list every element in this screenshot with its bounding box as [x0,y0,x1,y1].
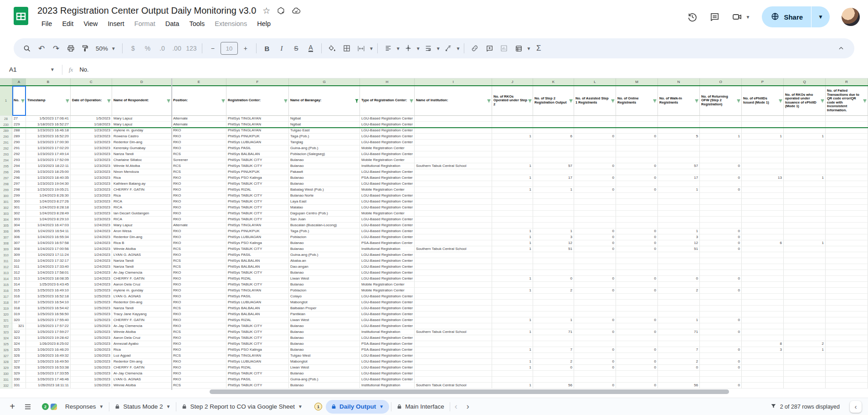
sheet-cell[interactable] [533,217,574,223]
sheet-cell[interactable]: 329 [12,371,26,377]
sheet-cell[interactable]: Tulgao West [289,353,360,359]
all-sheets-icon[interactable] [20,400,36,414]
sheet-cell[interactable]: PhilSys TINGLAYAN [226,116,289,122]
sheet-cell[interactable] [658,151,700,157]
sheet-cell[interactable]: RKO [172,234,226,240]
header-cell[interactable]: Name of Barangay: [289,86,360,116]
version-history-icon[interactable] [687,12,698,22]
sheet-cell[interactable]: 3 [742,347,784,353]
sheet-cell[interactable] [700,211,742,217]
sheet-cell[interactable] [415,294,492,300]
sheet-cell[interactable] [700,116,742,122]
sheet-cell[interactable]: 1/23/2023 19:04:30 [26,181,71,187]
sheet-cell[interactable] [492,169,533,175]
sheet-cell[interactable]: Aaron Dela Cruz [112,282,172,288]
sheet-cell[interactable]: LGU-Based Registration Center [360,323,415,329]
italic-button[interactable]: I [275,42,288,55]
sheet-cell[interactable] [826,145,868,151]
more-formats-button[interactable]: 123 [185,42,198,55]
row-header-318[interactable]: 318 [0,300,12,306]
sheet-cell[interactable] [658,311,700,317]
sheet-cell[interactable]: 1 [492,228,533,234]
sheet-cell[interactable]: 0 [700,163,742,169]
sheet-cell[interactable]: Poblacion (Salegseg) [289,151,360,157]
sheet-cell[interactable]: 1/23/2023 [71,205,112,211]
sheet-cell[interactable]: 1 [492,276,533,282]
sheet-cell[interactable] [616,258,658,264]
sheet-cell[interactable]: RKO [172,252,226,258]
sheet-cell[interactable]: 331 [12,383,26,389]
sheet-cell[interactable] [826,193,868,199]
sheet-cell[interactable] [826,157,868,163]
sheet-cell[interactable]: 1 [492,329,533,335]
sheet-cell[interactable]: 1/5/2023 17:06:41 [26,116,71,122]
video-call-caret-icon[interactable]: ▼ [746,15,750,20]
sheet-cell[interactable]: 1/23/2023 [71,211,112,217]
sheet-cell[interactable]: 1/23/2023 [71,193,112,199]
sheet-cell[interactable]: 1/24/2023 17:32:17 [26,258,71,264]
row-header-298[interactable]: 298 [0,181,12,187]
sheet-cell[interactable]: Ian Decart Guidangen [112,211,172,217]
sheet-cell[interactable]: 327 [12,359,26,365]
sheet-cell[interactable] [826,128,868,134]
text-wrap-caret-icon[interactable]: ▼ [436,46,441,51]
sheet-cell[interactable]: 291 [12,145,26,151]
insert-comment-icon[interactable] [483,42,496,55]
sheet-cell[interactable]: 321 [12,323,26,329]
sheet-cell[interactable] [784,353,826,359]
sheet-cell[interactable] [658,353,700,359]
sheet-cell[interactable] [784,234,826,240]
row-header-289[interactable]: 289 [0,128,12,134]
sheet-cell[interactable]: Dao-angan [289,264,360,270]
search-icon[interactable] [20,42,34,55]
sheet-cell[interactable]: 0 [574,365,616,371]
sheet-cell[interactable] [742,193,784,199]
sheet-cell[interactable]: Bulanao [289,282,360,288]
sheet-cell[interactable]: 7 [658,347,700,353]
sheet-cell[interactable] [415,323,492,329]
sheet-cell[interactable]: RKO [172,282,226,288]
sheet-cell[interactable]: 1/23/2023 18:25:00 [26,169,71,175]
sheet-cell[interactable] [574,223,616,228]
sheet-cell[interactable]: RKO [172,341,226,347]
sheet-cell[interactable] [826,246,868,252]
menu-item-extensions[interactable]: Extensions [211,19,251,29]
sheet-cell[interactable]: 0 [533,365,574,371]
row-header-324[interactable]: 324 [0,335,12,341]
formula-input[interactable]: No. [79,66,88,73]
row-header-320[interactable]: 320 [0,311,12,317]
filter-icon[interactable] [695,99,699,103]
sheet-cell[interactable] [616,205,658,211]
sheet-cell[interactable] [700,353,742,359]
sheet-cell[interactable]: PhilSys PSO Kalinga [226,175,289,181]
row-header-230[interactable]: 230 [0,122,12,128]
sheet-cell[interactable]: LGU-Based Registration Center [360,359,415,365]
header-cell[interactable]: Name of Respondent: [112,86,172,116]
sheet-cell[interactable]: LGU-Based Registration Center [360,169,415,175]
sheet-cell[interactable] [533,371,574,377]
sheet-cell[interactable]: LGU-Based Registration Center [360,306,415,311]
sheet-cell[interactable] [658,270,700,276]
sheet-cell[interactable] [658,199,700,205]
sheet-cell[interactable] [742,163,784,169]
sheet-cell[interactable]: 1/23/2023 18:22:11 [26,163,71,169]
sheet-cell[interactable]: 1 [658,187,700,193]
text-color-button[interactable]: A [308,45,313,52]
header-cell[interactable]: Date of Operation: [71,86,112,116]
row-header-301[interactable]: 301 [0,199,12,205]
sheet-cell[interactable] [658,140,700,145]
sheet-cell[interactable] [784,383,826,389]
sheet-cell[interactable]: Annezail Ayabo [112,341,172,347]
sheet-cell[interactable] [784,128,826,134]
filter-icon[interactable] [21,99,25,103]
sheet-cell[interactable] [742,359,784,365]
sheet-cell[interactable]: mylene m. gunday [112,288,172,294]
sheet-cell[interactable]: 307 [12,240,26,246]
sheet-cell[interactable]: 0 [616,317,658,323]
sheet-cell[interactable]: 0 [616,163,658,169]
sheet-cell[interactable] [616,264,658,270]
sheet-cell[interactable]: PhilSys RIZAL [226,365,289,371]
sheet-cell[interactable] [533,270,574,276]
sheet-cell[interactable] [784,288,826,294]
sheet-cell[interactable]: 1/26/2023 [71,365,112,371]
